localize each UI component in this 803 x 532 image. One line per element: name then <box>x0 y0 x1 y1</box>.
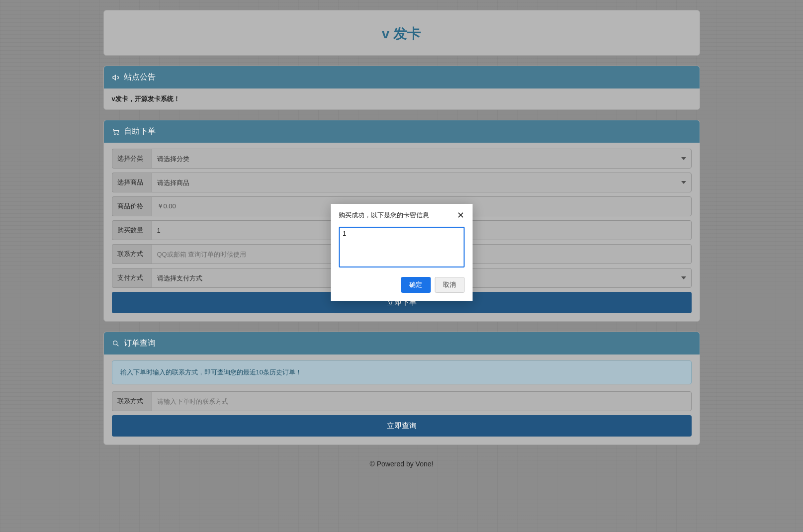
order-header: 自助下单 <box>104 120 700 143</box>
svg-point-1 <box>117 134 118 135</box>
modal-body <box>331 225 472 274</box>
announcement-card: 站点公告 v发卡，开源发卡系统！ <box>103 66 700 110</box>
row-product: 选择商品 请选择商品 <box>112 173 692 192</box>
label-product: 选择商品 <box>112 173 152 192</box>
label-query-contact: 联系方式 <box>112 391 152 411</box>
announcement-title: 站点公告 <box>124 72 156 83</box>
search-icon <box>112 340 120 348</box>
svg-point-0 <box>114 134 115 135</box>
announcement-text: v发卡，开源发卡系统！ <box>104 89 700 109</box>
cancel-button[interactable]: 取消 <box>435 277 464 293</box>
row-query-contact: 联系方式 <box>112 391 692 411</box>
query-card: 订单查询 输入下单时输入的联系方式，即可查询您的最近10条历史订单！ 联系方式 … <box>103 332 700 445</box>
announcement-header: 站点公告 <box>104 66 700 89</box>
header-card: v 发卡 <box>103 10 700 56</box>
label-contact: 联系方式 <box>112 244 152 264</box>
label-quantity: 购买数量 <box>112 220 152 240</box>
label-paymethod: 支付方式 <box>112 268 152 288</box>
result-modal: 购买成功，以下是您的卡密信息 ✕ 确定 取消 <box>331 204 472 301</box>
modal-title: 购买成功，以下是您的卡密信息 <box>339 211 429 220</box>
row-category: 选择分类 请选择分类 <box>112 149 692 169</box>
label-price: 商品价格 <box>112 196 152 216</box>
svg-point-2 <box>113 341 117 345</box>
modal-footer: 确定 取消 <box>331 274 472 301</box>
query-title: 订单查询 <box>124 338 156 349</box>
ok-button[interactable]: 确定 <box>401 277 431 293</box>
select-category[interactable]: 请选择分类 <box>152 149 692 169</box>
close-icon[interactable]: ✕ <box>457 211 464 220</box>
query-info: 输入下单时输入的联系方式，即可查询您的最近10条历史订单！ <box>112 360 692 384</box>
footer-text: © Powered by Vone! <box>103 455 700 483</box>
order-title: 自助下单 <box>124 126 156 137</box>
input-query-contact[interactable] <box>152 391 692 411</box>
submit-query-button[interactable]: 立即查询 <box>112 415 692 437</box>
label-category: 选择分类 <box>112 149 152 169</box>
select-product[interactable]: 请选择商品 <box>152 173 692 192</box>
bullhorn-icon <box>112 74 120 82</box>
page-title: v 发卡 <box>104 24 700 43</box>
modal-header: 购买成功，以下是您的卡密信息 ✕ <box>331 204 472 225</box>
query-header: 订单查询 <box>104 332 700 355</box>
query-body: 输入下单时输入的联系方式，即可查询您的最近10条历史订单！ 联系方式 立即查询 <box>104 355 700 444</box>
modal-textarea[interactable] <box>339 227 464 267</box>
cart-icon <box>112 128 120 136</box>
